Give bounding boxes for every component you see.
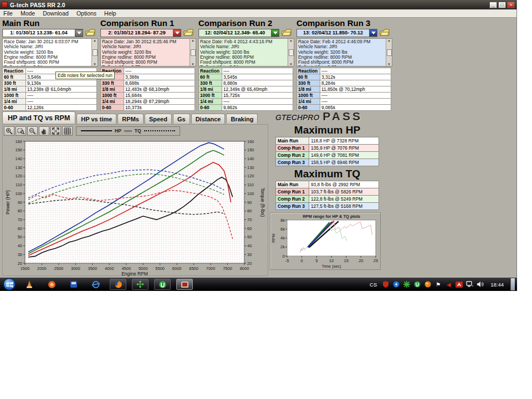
run-info-box[interactable]: Race Date: Jan 30 2012 6:25:46 PM Vehicl… xyxy=(100,38,196,66)
stat-value: 9,136s xyxy=(26,80,97,86)
menu-options[interactable]: Options xyxy=(76,10,96,17)
open-run-folder-button[interactable] xyxy=(281,29,292,37)
zoom-in-button[interactable] xyxy=(4,126,14,136)
stat-label: Reaction xyxy=(297,68,320,74)
tab-speed[interactable]: Speed xyxy=(145,114,172,124)
app-green-icon[interactable] xyxy=(132,279,149,290)
maximum-hp-table: Main Run118,8 HP @ 7328 RPM Comp Run 113… xyxy=(275,137,379,166)
comparison-run-1-panel: Comparison Run 1 2: 01/30/12 18.294- 87.… xyxy=(100,18,196,111)
stat-value: 10,373s xyxy=(124,105,195,111)
stat-value: ---- xyxy=(26,93,97,99)
chart-toolbar: HP TQ xyxy=(3,125,268,136)
fit-view-button[interactable] xyxy=(50,126,61,136)
tab-rpms[interactable]: RPMs xyxy=(117,114,144,124)
stat-label: 1/8 mi xyxy=(101,86,124,93)
hp-tq-chart[interactable]: 2020303040405050606070708080909010010011… xyxy=(4,137,268,279)
firefox-icon[interactable] xyxy=(110,279,126,290)
legend-hp-label: HP xyxy=(115,128,121,134)
svg-text:4k: 4k xyxy=(280,236,285,241)
menu-mode[interactable]: Mode xyxy=(21,10,35,17)
zoom-out-button[interactable] xyxy=(27,126,38,136)
app-window: G-tech PASS RR 2.0 _ □ × File Mode Downl… xyxy=(0,0,517,278)
tray-red-arrow-icon[interactable]: ◀ xyxy=(445,281,452,288)
svg-text:8000: 8000 xyxy=(240,266,249,271)
run-info-box[interactable]: Race Date: Jan 30 2012 6:03:07 PM Vehicl… xyxy=(2,38,98,66)
tray-orange-ball-icon[interactable] xyxy=(424,281,431,288)
scrollbar[interactable]: ▲▼ xyxy=(386,39,392,66)
tab-hp-tq-vs-rpm[interactable]: HP and TQ vs RPM xyxy=(2,111,75,124)
chevron-down-icon[interactable] xyxy=(271,29,279,37)
max-hp-value: 149,6 HP @ 7081 RPM xyxy=(309,152,379,159)
chevron-down-icon[interactable] xyxy=(173,29,181,37)
run-select[interactable]: 1: 01/30/12 13.238- 61.04 xyxy=(2,29,83,37)
windows-flag-icon xyxy=(6,281,13,288)
chevron-down-icon[interactable] xyxy=(75,29,83,37)
network-icon[interactable] xyxy=(466,281,473,288)
svg-text:0: 0 xyxy=(283,254,285,259)
svg-text:40: 40 xyxy=(247,243,252,248)
tray-blue-bolt-icon[interactable] xyxy=(392,281,400,288)
action-center-flag-icon[interactable]: ⚑ xyxy=(434,281,442,288)
svg-text:Power (HP): Power (HP) xyxy=(5,190,11,214)
run-select[interactable]: 2: 01/30/12 18.294- 87.29 xyxy=(100,29,181,37)
menu-help[interactable]: Help xyxy=(104,10,116,17)
panel-title: Comparison Run 1 xyxy=(100,18,196,28)
run-info-box[interactable]: Race Date: Feb 4 2012 4:46:09 PM Vehicle… xyxy=(296,38,392,66)
tray-green-star-icon[interactable] xyxy=(403,281,410,288)
menu-download[interactable]: Download xyxy=(43,10,69,17)
maximize-button[interactable]: □ xyxy=(498,2,506,8)
title-bar[interactable]: G-tech PASS RR 2.0 _ □ × xyxy=(0,0,516,9)
tray-utorrent-icon[interactable] xyxy=(413,281,421,288)
taskbar-clock[interactable]: 18:44 xyxy=(487,282,507,288)
grid-toggle-button[interactable] xyxy=(62,126,73,136)
scrollbar[interactable]: ▲▼ xyxy=(288,39,294,66)
rpm-range-chart[interactable]: RPM range for HP & TQ plots02k4k6k8k-505… xyxy=(270,212,381,270)
vlc-icon[interactable] xyxy=(21,279,38,290)
stat-value: 12,483s @ 68,10mph xyxy=(124,86,195,93)
pan-button[interactable] xyxy=(39,126,49,136)
svg-text:RPM: RPM xyxy=(271,233,276,243)
svg-text:3500: 3500 xyxy=(88,266,98,271)
open-run-folder-button[interactable] xyxy=(379,29,390,37)
tab-distance[interactable]: Distance xyxy=(191,114,226,124)
run-select[interactable]: 12: 02/04/12 12.349- 65.40 xyxy=(198,29,279,37)
stat-label: 1/8 mi xyxy=(199,86,222,93)
svg-text:5000: 5000 xyxy=(139,266,148,271)
chevron-down-icon[interactable] xyxy=(369,29,377,37)
zoom-region-button[interactable] xyxy=(16,126,26,136)
show-desktop-button[interactable] xyxy=(510,278,515,290)
stat-label: 0-60 xyxy=(3,105,26,111)
tab-braking[interactable]: Braking xyxy=(226,114,258,124)
scrollbar[interactable]: ▲▼ xyxy=(91,39,98,66)
gtech-taskbar-button[interactable] xyxy=(176,279,193,290)
minimize-button[interactable]: _ xyxy=(489,2,497,8)
open-run-folder-button[interactable] xyxy=(183,29,194,37)
run-info-box[interactable]: Race Date: Feb 4 2012 4:43:16 PM Vehicle… xyxy=(198,38,294,66)
tab-gs[interactable]: Gs xyxy=(173,114,190,124)
tray-red-shield-icon[interactable] xyxy=(382,281,389,288)
ati-catalyst-icon[interactable] xyxy=(456,281,463,288)
run-select[interactable]: 13: 02/04/12 11.850- 70.12 xyxy=(296,29,377,37)
legend-divider xyxy=(124,130,132,132)
stat-label: 60 ft xyxy=(297,74,320,80)
close-button[interactable]: × xyxy=(507,2,515,8)
internet-explorer-icon[interactable] xyxy=(88,279,104,290)
volume-icon[interactable] xyxy=(477,281,484,288)
utorrent-icon[interactable] xyxy=(154,279,171,290)
stat-label: 330 ft xyxy=(3,80,26,86)
max-tq-value: 122,8 ft-lbs @ 5249 RPM xyxy=(309,196,379,203)
svg-text:6000: 6000 xyxy=(172,266,182,271)
media-player-icon[interactable] xyxy=(43,279,60,290)
svg-text:30: 30 xyxy=(247,252,252,257)
app-blue-icon[interactable] xyxy=(65,279,82,290)
scrollbar[interactable]: ▲▼ xyxy=(190,39,196,66)
start-button[interactable] xyxy=(3,278,16,290)
menu-file[interactable]: File xyxy=(3,10,13,17)
system-tray: CS ⚑ ◀ 18:44 xyxy=(368,278,517,290)
open-run-folder-button[interactable] xyxy=(85,29,96,37)
language-indicator[interactable]: CS xyxy=(368,282,378,288)
tab-hp-vs-time[interactable]: HP vs time xyxy=(76,114,116,124)
maximum-hp-title: Maximum HP xyxy=(270,124,385,136)
max-hp-value: 135,9 HP @ 7076 RPM xyxy=(309,145,379,152)
info-line: Rollout: 12 in. 0.64sec xyxy=(200,65,287,66)
